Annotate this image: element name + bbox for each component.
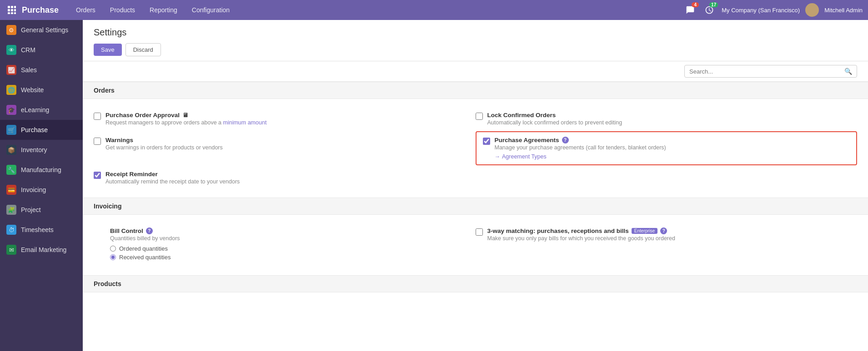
invoicing-section-header: Invoicing	[83, 198, 868, 215]
sidebar-item-sales[interactable]: 📈 Sales	[0, 60, 83, 80]
setting-warnings: Warnings Get warnings in orders for prod…	[94, 131, 476, 165]
warnings-checkbox[interactable]	[94, 138, 101, 145]
setting-purchase-order-approval: Purchase Order Approval 🖥 Request manage…	[94, 106, 476, 131]
top-nav: Orders Products Reporting Configuration	[70, 4, 683, 16]
lock-confirmed-orders-label: Lock Confirmed Orders	[487, 112, 850, 119]
sidebar-label-timesheets: Timesheets	[21, 226, 54, 233]
sidebar-item-general-settings[interactable]: ⚙ General Settings	[0, 20, 83, 40]
svg-rect-1	[11, 6, 13, 8]
save-button[interactable]: Save	[94, 44, 122, 56]
three-way-matching-desc: Make sure you only pay bills for which y…	[487, 235, 850, 242]
sidebar-label-elearning: eLearning	[21, 106, 49, 114]
sales-icon: 📈	[6, 65, 16, 75]
topbar-right: 4 17 My Company (San Francisco) Mitchell…	[683, 3, 863, 17]
three-way-matching-checkbox[interactable]	[476, 228, 483, 236]
crm-icon: 👁	[6, 45, 16, 55]
purchase-agreements-label: Purchase Agreements ?	[495, 137, 850, 143]
search-icon: 🔍	[844, 68, 852, 75]
svg-rect-7	[11, 12, 13, 14]
app-name: Purchase	[22, 5, 59, 15]
manufacturing-icon: 🔧	[6, 165, 16, 175]
purchase-agreements-help-icon[interactable]: ?	[562, 137, 569, 143]
discard-button[interactable]: Discard	[125, 43, 161, 56]
purchase-order-approval-checkbox[interactable]	[94, 113, 101, 120]
sidebar-item-invoicing[interactable]: 💳 Invoicing	[0, 180, 83, 200]
svg-rect-8	[14, 12, 16, 14]
page-title: Settings	[94, 27, 857, 38]
warnings-label: Warnings	[105, 137, 468, 143]
sidebar-item-crm[interactable]: 👁 CRM	[0, 40, 83, 60]
sidebar-item-email-marketing[interactable]: ✉ Email Marketing	[0, 240, 83, 260]
sidebar-item-website[interactable]: 🌐 Website	[0, 80, 83, 100]
company-name[interactable]: My Company (San Francisco)	[722, 7, 800, 14]
sidebar-item-purchase[interactable]: 🛒 Purchase	[0, 120, 83, 140]
setting-purchase-agreements: Purchase Agreements ? Manage your purcha…	[476, 131, 858, 165]
sidebar-label-email-marketing: Email Marketing	[21, 246, 66, 253]
warnings-desc: Get warnings in orders for products or v…	[105, 144, 468, 151]
main-layout: ⚙ General Settings 👁 CRM 📈 Sales 🌐 Websi…	[0, 20, 868, 351]
purchase-order-approval-label: Purchase Order Approval 🖥	[105, 112, 468, 119]
computer-icon: 🖥	[182, 112, 188, 119]
products-section-header: Products	[83, 275, 868, 292]
user-name[interactable]: Mitchell Admin	[824, 7, 863, 14]
notifications-button[interactable]: 4	[683, 3, 697, 17]
receipt-reminder-checkbox[interactable]	[94, 172, 101, 179]
svg-rect-5	[14, 9, 16, 11]
ordered-quantities-radio[interactable]	[110, 246, 116, 252]
setting-three-way-matching: 3-way matching: purchases, receptions an…	[476, 222, 858, 268]
svg-rect-2	[14, 6, 16, 8]
nav-orders[interactable]: Orders	[70, 4, 102, 16]
general-settings-icon: ⚙	[6, 25, 16, 35]
sidebar-item-manufacturing[interactable]: 🔧 Manufacturing	[0, 160, 83, 180]
nav-configuration[interactable]: Configuration	[186, 4, 236, 16]
invoicing-icon: 💳	[6, 185, 16, 195]
sidebar-item-elearning[interactable]: 🎓 eLearning	[0, 100, 83, 120]
sidebar-label-sales: Sales	[21, 66, 37, 74]
svg-rect-0	[8, 6, 10, 8]
sidebar-item-timesheets[interactable]: ⏱ Timesheets	[0, 220, 83, 240]
received-quantities-option[interactable]: Received quantities	[110, 254, 468, 261]
purchase-agreements-checkbox[interactable]	[483, 138, 490, 145]
setting-receipt-reminder: Receipt Reminder Automatically remind th…	[94, 165, 857, 190]
received-quantities-radio[interactable]	[110, 254, 116, 260]
clock-button[interactable]: 17	[702, 3, 716, 17]
ordered-quantities-option[interactable]: Ordered quantities	[110, 245, 468, 252]
bill-control-content: Bill Control ? Quantities billed by vend…	[110, 227, 468, 262]
agreement-types-link[interactable]: → Agreement Types	[495, 153, 547, 160]
settings-header: Settings Save Discard	[83, 20, 868, 61]
search-input[interactable]	[689, 68, 844, 75]
three-way-help-icon[interactable]: ?	[660, 227, 667, 234]
orders-settings-grid: Purchase Order Approval 🖥 Request manage…	[83, 99, 868, 198]
svg-rect-4	[11, 9, 13, 11]
user-avatar[interactable]	[805, 3, 819, 17]
arrow-right-icon: →	[495, 153, 501, 160]
sidebar-label-general-settings: General Settings	[21, 26, 68, 34]
grid-menu-icon[interactable]	[5, 4, 18, 16]
nav-products[interactable]: Products	[104, 4, 141, 16]
settings-toolbar: Save Discard	[94, 43, 857, 56]
sidebar-item-inventory[interactable]: 📦 Inventory	[0, 140, 83, 160]
three-way-matching-label: 3-way matching: purchases, receptions an…	[487, 227, 850, 234]
minimum-amount-link[interactable]: minimum amount	[223, 119, 267, 126]
bill-control-label: Bill Control ?	[110, 227, 468, 234]
inventory-icon: 📦	[6, 145, 16, 155]
three-way-matching-content: 3-way matching: purchases, receptions an…	[487, 227, 850, 242]
sidebar-item-project[interactable]: 🧩 Project	[0, 200, 83, 220]
enterprise-badge: Enterprise	[632, 228, 658, 234]
nav-reporting[interactable]: Reporting	[143, 4, 184, 16]
email-marketing-icon: ✉	[6, 245, 16, 255]
invoicing-settings-grid: Bill Control ? Quantities billed by vend…	[83, 215, 868, 275]
main-content: Settings Save Discard 🔍 Orders	[83, 20, 868, 351]
sidebar-label-project: Project	[21, 206, 41, 213]
svg-rect-3	[8, 9, 10, 11]
bill-control-desc: Quantities billed by vendors	[110, 235, 468, 242]
sidebar-label-invoicing: Invoicing	[21, 186, 46, 193]
purchase-agreements-content: Purchase Agreements ? Manage your purcha…	[495, 137, 850, 160]
sidebar-label-purchase: Purchase	[21, 126, 48, 133]
elearning-icon: 🎓	[6, 105, 16, 115]
lock-confirmed-orders-checkbox[interactable]	[476, 113, 483, 120]
orders-section-header: Orders	[83, 82, 868, 99]
bill-control-help-icon[interactable]: ?	[146, 227, 153, 234]
setting-lock-confirmed-orders: Lock Confirmed Orders Automatically lock…	[476, 106, 858, 131]
lock-confirmed-orders-content: Lock Confirmed Orders Automatically lock…	[487, 112, 850, 126]
